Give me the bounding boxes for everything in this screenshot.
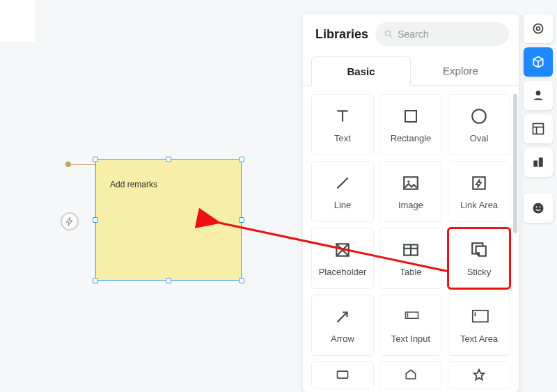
- svg-rect-2: [405, 111, 416, 122]
- tab-explore[interactable]: Explore: [411, 56, 510, 85]
- lightning-icon: [65, 217, 74, 226]
- palette-item-textarea[interactable]: Text Area: [448, 295, 510, 356]
- buildings-icon: [531, 155, 545, 169]
- palette-item-line[interactable]: Line: [311, 161, 374, 222]
- svg-point-6: [407, 180, 409, 182]
- palette-item-textinput[interactable]: Text Input: [379, 295, 442, 356]
- palette-label: Text Input: [391, 334, 430, 344]
- oval-icon: [469, 107, 489, 126]
- image-icon: [401, 173, 421, 193]
- palette-label: Oval: [470, 133, 489, 143]
- guide-origin-dot: [65, 162, 71, 167]
- svg-point-22: [537, 27, 540, 31]
- svg-rect-24: [533, 124, 544, 134]
- target-icon: [531, 22, 545, 36]
- palette-item-sticky[interactable]: Sticky: [448, 228, 510, 289]
- palette-item-more-3[interactable]: [448, 361, 510, 389]
- svg-rect-28: [539, 157, 543, 166]
- palette-label: Text: [334, 133, 351, 143]
- palette-label: Table: [400, 267, 421, 277]
- side-btn-components[interactable]: [524, 47, 553, 77]
- textarea-icon: [469, 307, 489, 327]
- palette-label: Text Area: [460, 334, 498, 344]
- palette-item-text[interactable]: Text: [311, 94, 374, 155]
- palette-item-oval[interactable]: Oval: [448, 94, 510, 155]
- svg-point-23: [536, 91, 541, 95]
- palette-scroll[interactable]: Text Rectangle Oval Line Image Link Area: [303, 86, 519, 392]
- linkarea-icon: [469, 173, 489, 193]
- user-icon: [531, 88, 545, 102]
- svg-point-30: [536, 206, 538, 207]
- libraries-panel: Libraries Basic Explore Text Rectangle O…: [303, 14, 519, 392]
- tab-basic-label: Basic: [347, 65, 375, 77]
- sticky-icon: [469, 240, 489, 260]
- sticky-note-element[interactable]: Add remarks: [95, 159, 242, 281]
- textinput-icon: [401, 307, 421, 327]
- svg-point-29: [533, 203, 544, 214]
- tab-explore-label: Explore: [443, 65, 478, 77]
- palette-item-image[interactable]: Image: [379, 161, 442, 222]
- left-blank-strip: [0, 0, 35, 42]
- arrow-icon: [333, 307, 352, 327]
- svg-point-31: [540, 206, 541, 207]
- svg-line-15: [337, 312, 347, 322]
- shape-icon: [333, 366, 352, 385]
- palette-item-placeholder[interactable]: Placeholder: [311, 228, 374, 289]
- side-btn-user[interactable]: [524, 81, 553, 110]
- line-icon: [333, 173, 352, 193]
- side-btn-target[interactable]: [524, 14, 553, 43]
- svg-point-3: [472, 109, 486, 123]
- palette-item-arrow[interactable]: Arrow: [311, 295, 374, 356]
- panel-header: Libraries: [303, 14, 519, 52]
- palette-label: Placeholder: [319, 267, 367, 277]
- palette-label: Line: [334, 200, 352, 210]
- side-btn-layout[interactable]: [524, 114, 553, 143]
- palette-label: Rectangle: [391, 133, 432, 143]
- svg-line-4: [337, 178, 347, 188]
- svg-rect-20: [338, 371, 348, 378]
- rectangle-icon: [401, 107, 421, 126]
- palette-label: Link Area: [460, 200, 498, 210]
- search-input[interactable]: [398, 29, 501, 40]
- sticky-note-text[interactable]: Add remarks: [110, 180, 157, 189]
- svg-rect-27: [533, 161, 538, 167]
- palette-grid: Text Rectangle Oval Line Image Link Area: [311, 94, 519, 389]
- tab-basic[interactable]: Basic: [311, 56, 411, 86]
- palette-label: Sticky: [467, 267, 492, 277]
- palette-item-more-2[interactable]: [379, 361, 442, 389]
- palette-item-linkarea[interactable]: Link Area: [448, 161, 510, 222]
- side-btn-emoji[interactable]: [524, 194, 553, 223]
- svg-line-1: [390, 36, 392, 38]
- palette-label: Image: [398, 200, 423, 210]
- side-btn-assets[interactable]: [524, 148, 553, 177]
- search-field[interactable]: [375, 22, 509, 46]
- guide-line: [68, 164, 96, 165]
- palette-item-rectangle[interactable]: Rectangle: [379, 94, 442, 155]
- palette-item-table[interactable]: Table: [379, 228, 442, 289]
- palette-item-more-1[interactable]: [311, 361, 374, 389]
- svg-point-0: [385, 31, 390, 36]
- placeholder-icon: [333, 240, 352, 260]
- panel-tabs: Basic Explore: [303, 52, 519, 86]
- emoji-icon: [531, 201, 545, 215]
- svg-rect-7: [473, 177, 485, 189]
- palette-label: Arrow: [331, 334, 354, 344]
- svg-point-21: [533, 24, 542, 33]
- shape-icon: [401, 366, 421, 385]
- interaction-badge[interactable]: [61, 212, 79, 230]
- svg-rect-18: [473, 310, 488, 322]
- text-icon: [333, 107, 352, 126]
- search-icon: [384, 29, 393, 40]
- panel-title: Libraries: [315, 27, 368, 42]
- cube-icon: [531, 55, 545, 69]
- side-toolbar: [524, 14, 553, 223]
- scrollbar-thumb[interactable]: [513, 94, 517, 233]
- table-icon: [401, 240, 421, 260]
- layout-icon: [531, 122, 545, 136]
- star-icon: [469, 366, 489, 385]
